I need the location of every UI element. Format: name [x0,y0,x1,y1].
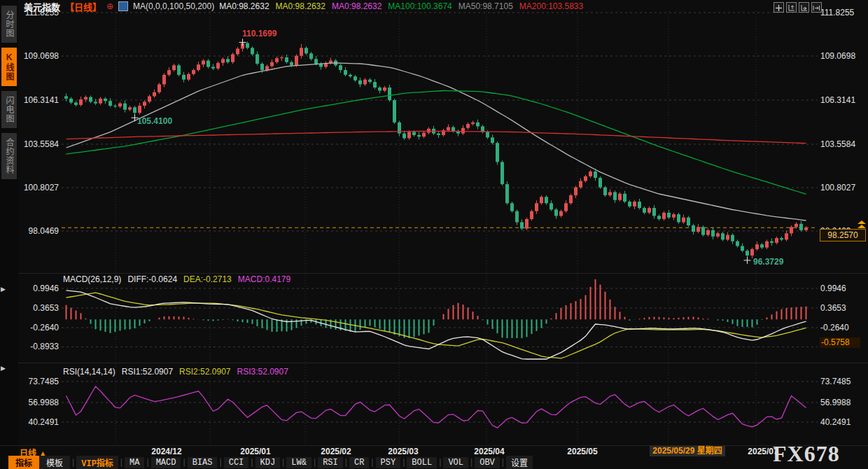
collapse-right-icon[interactable] [811,2,822,13]
indicator-button-ma[interactable]: MA [125,457,144,468]
macd-axis-label-left: -0.2640 [18,323,59,332]
candle [285,57,288,62]
indicator-button-rsi[interactable]: RSI [318,457,343,468]
settings-button[interactable]: 设置 [506,456,533,469]
candle [760,244,764,248]
rsi-panel-toggle-icon[interactable]: ▶ [1,365,6,372]
price-axis-label-right: 109.0698 [820,51,855,61]
price-axis-label-right: 103.5584 [820,139,855,149]
candle [344,70,347,75]
candle [216,63,220,69]
candle [275,58,279,62]
toolbar-divider: | [400,458,407,468]
candle [99,99,102,104]
chart-canvas[interactable] [0,0,868,469]
candle [265,66,269,70]
ma-value: MA0:98.2632 [332,1,382,11]
sidebar-item-flash-chart[interactable]: 闪电图 [1,91,17,128]
indicator-button-macd[interactable]: MACD [151,457,181,468]
candle [451,127,455,132]
rsi-line [66,386,806,428]
ma-value: MA0:98.2632 [219,1,269,11]
candle [94,102,97,103]
candle [402,134,406,139]
candle [794,224,798,227]
indicator-button-psy[interactable]: PSY [376,457,401,468]
candle [177,65,181,75]
vip-indicators-button[interactable]: VIP指标 [76,456,118,469]
candle [113,106,117,106]
add-indicator-icon[interactable]: ⊕ [106,1,113,11]
candle [657,216,661,219]
candle [515,211,519,223]
scale-y-axis-icon[interactable] [786,2,797,13]
sidebar-item-contract-info[interactable]: 合约资料 [1,133,17,179]
high-price-annotation: 110.1699 [242,29,276,38]
candle [667,213,671,218]
indicator-button-lw[interactable]: LW& [286,457,312,468]
candle [202,61,205,65]
candle [363,80,367,85]
candle [696,227,700,232]
indicator-button-obv[interactable]: OBV [475,457,500,468]
candle [280,57,284,58]
indicator-toolbar: 指标 模板 | VIP指标 | MA|MACD|BIAS|CCI|KDJ|LW&… [8,456,533,469]
candle [721,233,724,239]
candle [138,106,141,113]
candle [226,59,230,62]
pan-crosshair-icon[interactable] [774,2,784,13]
date-axis-label: 2025/02 [321,447,351,456]
candle [765,241,769,248]
indicator-button-boll[interactable]: BOLL [407,457,437,468]
ma-values: MA0:98.2632MA0:98.2632MA0:98.2632MA100:1… [219,1,589,11]
indicator-button-bias[interactable]: BIAS [188,457,218,468]
candle [108,101,112,106]
symbol-title: 美元指数 [24,0,60,13]
candle [255,54,259,64]
price-axis-label-left: 100.8027 [18,183,59,192]
candle [476,122,479,127]
candle [349,75,352,76]
candle [598,178,602,188]
macd-panel-title: MACD(26,12,9) DIFF:-0.0624 DEA:-0.2713 M… [63,274,290,284]
candle [623,194,626,202]
toolbar-divider: | [500,458,506,468]
candle [192,70,195,74]
candle [388,88,391,100]
candle [128,107,132,109]
tab-templates[interactable]: 模板 [39,456,70,469]
rsi-axis-label-right: 56.9988 [820,398,850,407]
toolbar-divider: | [468,458,475,468]
candle [309,53,313,59]
indicator-button-cci[interactable]: CCI [224,457,249,468]
tab-indicators[interactable]: 指标 [8,456,39,469]
sidebar-item-kline-chart[interactable]: K线图 [1,48,17,86]
price-axis-label-left: 103.5584 [18,139,59,149]
ma100-line [66,91,806,195]
indicator-button-cr[interactable]: CR [349,457,369,468]
indicator-button-kdj[interactable]: KDJ [255,457,281,468]
macd-axis-label-left: 0.9946 [18,284,59,293]
chart-header: 美元指数 【日线】 ⊕ MA(0,0,0,100,50,200) MA0:98.… [24,1,589,11]
candle [741,246,744,251]
macd-axis-label-left: 0.3653 [18,303,59,313]
candle [69,99,73,103]
indicator-button-vol[interactable]: VOL [443,457,468,468]
toolbar-divider: | [280,458,286,468]
scale-x-axis-icon[interactable] [799,2,809,13]
candle [496,143,499,162]
toolbar-divider: | [217,458,223,468]
sidebar-item-time-chart[interactable]: 分时图 [1,6,17,43]
macd-params-label: MACD(26,12,9) [63,274,121,284]
candle [525,219,528,229]
candle [579,181,582,188]
candle [84,97,88,99]
candle [339,65,342,70]
macd-panel-toggle-icon[interactable]: ▶ [1,286,6,293]
candle [701,227,705,234]
candle [290,62,293,66]
price-axis-label-right: 106.3141 [820,95,855,105]
candle [412,132,416,135]
low-price-annotation: 96.3729 [753,257,783,267]
candle [471,122,475,124]
